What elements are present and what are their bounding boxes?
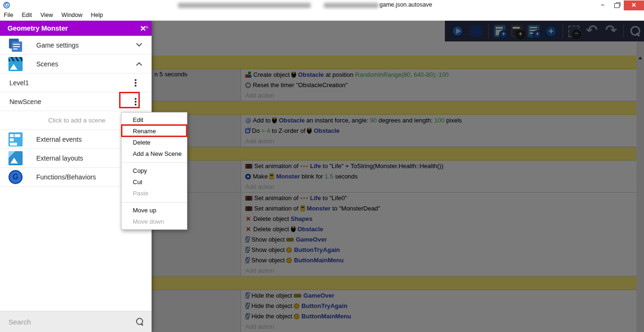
context-menu-item-move-down: Move down xyxy=(121,216,187,227)
game-settings-icon xyxy=(8,38,23,52)
menu-item-window[interactable]: Window xyxy=(57,10,87,20)
context-menu-item-delete[interactable]: Delete xyxy=(121,137,187,148)
context-menu-separator xyxy=(121,160,187,165)
external-events-icon xyxy=(8,132,23,146)
close-drawer-icon[interactable]: × xyxy=(140,24,146,33)
chevron-down-icon[interactable] xyxy=(136,40,142,47)
close-window-button[interactable] xyxy=(624,0,644,10)
annotation-box-kebab xyxy=(119,92,140,108)
context-menu-item-paste: Paste xyxy=(121,188,187,199)
sidebar-item-label: Level1 xyxy=(9,79,135,87)
context-menu-item-copy[interactable]: Copy xyxy=(121,165,187,177)
sidebar-item-label: Scenes xyxy=(36,60,137,68)
functions-behaviors-icon xyxy=(8,170,23,184)
project-search-bar xyxy=(0,311,152,332)
sidebar-item-label: NewScene xyxy=(9,98,135,105)
blurred-title-segment xyxy=(178,3,311,8)
sidebar-item-label: Click to add a scene xyxy=(48,117,105,124)
annotation-box-rename xyxy=(121,124,187,137)
scroll-up-icon[interactable] xyxy=(145,25,149,28)
project-manager-header: Geometry Monster × xyxy=(0,21,152,36)
project-title: Geometry Monster xyxy=(8,24,140,32)
context-menu-separator xyxy=(121,199,187,205)
restore-button[interactable] xyxy=(610,0,624,10)
modal-dim-overlay[interactable] xyxy=(152,21,644,332)
titlebar: G game.json.autosave xyxy=(0,0,644,10)
sidebar-item-label: Game settings xyxy=(36,41,137,49)
sidebar-item-scenes[interactable]: Scenes xyxy=(0,55,152,73)
kebab-menu-icon[interactable] xyxy=(135,79,137,81)
context-menu-item-cut[interactable]: Cut xyxy=(121,177,187,188)
minimize-button[interactable] xyxy=(596,0,610,10)
chevron-up-icon[interactable] xyxy=(136,62,142,68)
menu-item-file[interactable]: File xyxy=(0,10,17,20)
context-menu-item-move-up[interactable]: Move up xyxy=(121,205,187,216)
external-layouts-icon xyxy=(8,151,23,165)
search-input[interactable] xyxy=(8,317,136,326)
menu-item-edit[interactable]: Edit xyxy=(17,10,36,20)
menu-item-view[interactable]: View xyxy=(36,10,57,20)
sidebar-item-scene-level1[interactable]: Level1 xyxy=(0,73,152,92)
search-icon[interactable] xyxy=(136,317,144,326)
window-title: game.json.autosave xyxy=(379,1,432,8)
sidebar-item-game-settings[interactable]: Game settings xyxy=(0,36,152,55)
menu-item-help[interactable]: Help xyxy=(87,10,107,20)
blurred-title-segment xyxy=(324,3,378,8)
context-menu-item-add-a-new-scene[interactable]: Add a New Scene xyxy=(121,148,187,160)
scenes-icon xyxy=(8,57,23,71)
menubar: FileEditViewWindowHelp xyxy=(0,10,644,21)
gdevelop-logo-icon: G xyxy=(3,2,10,8)
